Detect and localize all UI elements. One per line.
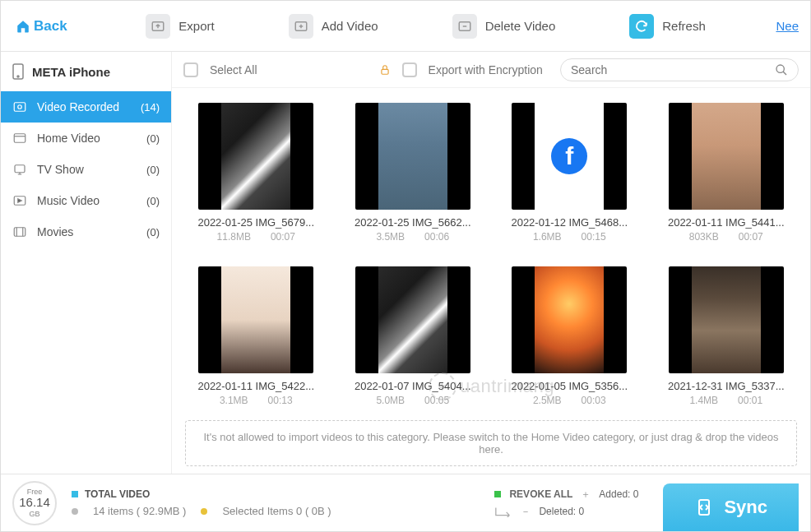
sync-icon xyxy=(694,497,714,517)
dot-icon xyxy=(201,508,207,515)
footer: Free 16.14 GB TOTAL VIDEO 14 items ( 92.… xyxy=(1,474,810,531)
video-item[interactable]: 2022-01-11 IMG_5422...3.1MB00:13 xyxy=(188,266,324,410)
video-duration: 00:06 xyxy=(424,231,449,243)
video-item[interactable]: 2022-01-07 IMG_5404...5.0MB00:05 xyxy=(345,266,481,410)
free-value: 16.14 xyxy=(19,496,50,510)
sidebar-item-movies[interactable]: Movies(0) xyxy=(1,216,171,247)
filter-bar: Select All Export with Encryption xyxy=(172,52,810,88)
refresh-label: Refresh xyxy=(662,19,706,33)
video-item[interactable]: 2022-01-11 IMG_5441...803KB00:07 xyxy=(659,103,795,247)
video-filename: 2022-01-25 IMG_5679... xyxy=(194,216,317,229)
video-thumbnail xyxy=(669,266,784,373)
total-video-label: TOTAL VIDEO xyxy=(85,488,150,500)
revoke-label[interactable]: REVOKE ALL xyxy=(509,488,572,500)
svg-rect-7 xyxy=(14,134,25,143)
video-item[interactable]: 2022-01-05 IMG_5356...2.5MB00:03 xyxy=(502,266,637,410)
sidebar-item-count: (0) xyxy=(146,226,160,238)
dot-icon xyxy=(72,491,78,497)
sidebar-item-count: (14) xyxy=(141,101,160,113)
video-filename: 2021-12-31 IMG_5337... xyxy=(665,380,788,392)
video-duration: 00:01 xyxy=(738,395,762,406)
import-notice: It's not allowed to import videos to thi… xyxy=(185,420,797,466)
svg-point-12 xyxy=(776,65,784,72)
sidebar-item-label: Home Video xyxy=(37,132,100,145)
svg-point-6 xyxy=(18,105,22,109)
phone-icon xyxy=(12,63,24,80)
back-label: Back xyxy=(34,18,67,35)
search-box[interactable] xyxy=(560,58,799,81)
video-filename: 2022-01-12 IMG_5468... xyxy=(507,216,631,229)
home-icon xyxy=(16,19,30,34)
video-thumbnail xyxy=(355,266,470,373)
delete-video-icon xyxy=(452,14,477,39)
video-size: 1.6MB xyxy=(533,231,562,243)
device-name: META iPhone xyxy=(32,65,110,79)
video-meta: 3.5MB00:06 xyxy=(376,231,449,243)
back-button[interactable]: Back xyxy=(7,18,76,35)
video-duration: 00:07 xyxy=(271,231,295,243)
encrypt-checkbox[interactable] xyxy=(402,62,417,77)
sidebar-item-count: (0) xyxy=(146,164,160,176)
video-meta: 1.4MB00:01 xyxy=(689,395,762,406)
export-label: Export xyxy=(178,19,214,33)
video-duration: 00:05 xyxy=(424,395,449,406)
video-meta: 803KB00:07 xyxy=(689,231,763,243)
select-all-checkbox[interactable] xyxy=(183,62,198,77)
sidebar-item-label: TV Show xyxy=(37,163,84,176)
delete-video-label: Delete Video xyxy=(485,19,556,33)
video-item[interactable]: 2022-01-12 IMG_5468...1.6MB00:15 xyxy=(502,103,637,247)
export-button[interactable]: Export xyxy=(146,14,214,39)
deleted-count: Deleted: 0 xyxy=(539,506,584,517)
free-unit: GB xyxy=(29,510,39,518)
video-duration: 00:07 xyxy=(739,231,763,243)
video-thumbnail xyxy=(669,103,784,210)
svg-rect-8 xyxy=(15,165,25,173)
sidebar-item-tv-show[interactable]: TV Show(0) xyxy=(1,154,171,185)
video-thumbnail xyxy=(355,103,470,210)
sidebar-item-home-video[interactable]: Home Video(0) xyxy=(1,123,171,154)
selected-summary: Selected Items 0 ( 0B ) xyxy=(222,505,331,517)
video-item[interactable]: 2022-01-25 IMG_5662...3.5MB00:06 xyxy=(345,103,481,247)
video-size: 2.5MB xyxy=(533,395,562,406)
sidebar-item-label: Video Recorded xyxy=(37,100,119,113)
sidebar-item-music-video[interactable]: Music Video(0) xyxy=(1,185,171,216)
svg-rect-5 xyxy=(14,103,25,112)
sidebar: META iPhone Video Recorded(14)Home Video… xyxy=(1,52,172,474)
revoke-panel: REVOKE ALL ＋ Added: 0 － Deleted: 0 xyxy=(494,488,638,519)
video-size: 3.1MB xyxy=(220,395,248,406)
export-icon xyxy=(146,14,170,39)
add-video-button[interactable]: Add Video xyxy=(289,14,378,39)
delete-video-button[interactable]: Delete Video xyxy=(452,14,556,39)
lock-icon xyxy=(379,64,391,76)
sidebar-item-video-recorded[interactable]: Video Recorded(14) xyxy=(1,91,171,123)
svg-point-4 xyxy=(17,76,19,77)
sidebar-item-label: Movies xyxy=(37,225,73,238)
video-meta: 11.8MB00:07 xyxy=(217,231,295,243)
added-count: Added: 0 xyxy=(599,488,638,500)
search-input[interactable] xyxy=(571,63,775,76)
disk-gauge: Free 16.14 GB xyxy=(12,481,57,525)
footer-stats: TOTAL VIDEO 14 items ( 92.9MB ) Selected… xyxy=(72,488,494,517)
sidebar-item-label: Music Video xyxy=(37,194,100,207)
video-item[interactable]: 2021-12-31 IMG_5337...1.4MB00:01 xyxy=(659,266,795,410)
svg-rect-10 xyxy=(14,228,25,237)
dot-icon xyxy=(72,508,78,515)
video-item[interactable]: 2022-01-25 IMG_5679...11.8MB00:07 xyxy=(188,103,324,247)
sidebar-item-count: (0) xyxy=(146,195,160,207)
video-duration: 00:15 xyxy=(582,231,606,243)
video-filename: 2022-01-07 IMG_5404... xyxy=(351,380,475,392)
toolbar: Back Export Add Video Delete Video Refre… xyxy=(1,1,810,52)
device-header: META iPhone xyxy=(1,52,171,91)
search-icon xyxy=(775,63,788,76)
video-thumbnail xyxy=(198,103,313,210)
encrypt-label: Export with Encryption xyxy=(429,63,543,76)
sync-button[interactable]: Sync xyxy=(663,483,799,531)
refresh-button[interactable]: Refresh xyxy=(629,14,706,39)
video-size: 5.0MB xyxy=(376,395,405,406)
toolbar-actions: Export Add Video Delete Video Refresh xyxy=(76,14,776,39)
need-link[interactable]: Nee xyxy=(776,19,799,33)
video-thumbnail xyxy=(198,266,313,373)
svg-rect-11 xyxy=(382,69,388,74)
main: META iPhone Video Recorded(14)Home Video… xyxy=(1,52,810,474)
video-grid: 2022-01-25 IMG_5679...11.8MB00:072022-01… xyxy=(172,88,810,417)
